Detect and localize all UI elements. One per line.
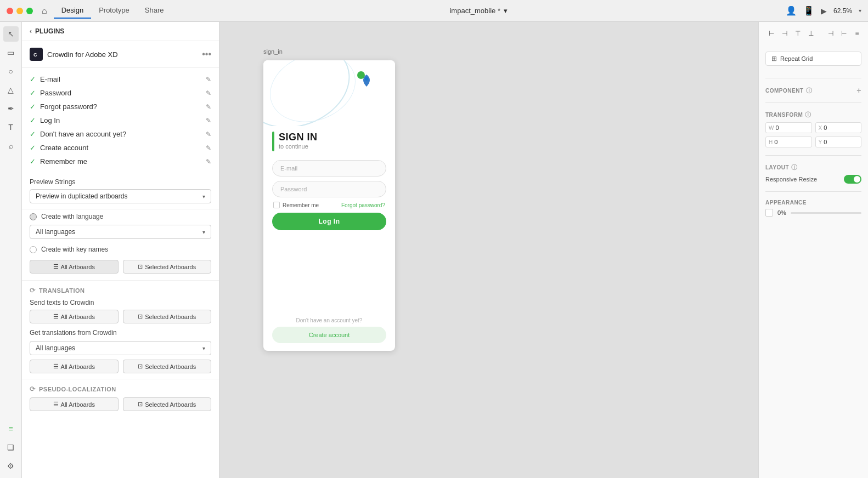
transform-x-field[interactable]: X 0 — [815, 122, 862, 133]
transform-w-field[interactable]: W 0 — [765, 122, 812, 133]
traffic-lights — [7, 8, 33, 14]
tab-design[interactable]: Design — [54, 3, 91, 19]
artboards-icon-2: ☰ — [53, 313, 59, 320]
user-icon[interactable]: 👤 — [786, 5, 797, 16]
align-center-h-icon[interactable]: ⊣ — [779, 27, 791, 39]
edit-icon-remember-me[interactable]: ✎ — [206, 158, 211, 166]
remember-checkbox[interactable] — [273, 202, 280, 208]
all-artboards-btn-1-label: All Artboards — [61, 264, 95, 270]
edit-icon-create-account[interactable]: ✎ — [206, 144, 211, 152]
repeat-grid-button[interactable]: ⊞ Repeat Grid — [765, 52, 861, 66]
create-account-button-artboard[interactable]: Create account — [272, 327, 386, 343]
assets-panel-icon[interactable]: ❏ — [3, 440, 19, 455]
distribute-h-icon[interactable]: ⊣ — [825, 27, 837, 39]
minimize-button[interactable] — [16, 8, 23, 14]
check-icon-dont-have: ✓ — [30, 130, 36, 138]
edit-icon-dont-have[interactable]: ✎ — [206, 130, 211, 138]
chevron-down-icon[interactable]: ▾ — [504, 7, 508, 15]
forgot-password-link[interactable]: Forgot password? — [341, 202, 385, 208]
check-icon-remember-me: ✓ — [30, 157, 36, 166]
transform-y-field[interactable]: Y 0 — [815, 136, 862, 147]
responsive-resize-toggle[interactable] — [844, 175, 861, 184]
layers-panel-icon[interactable]: ≡ — [3, 421, 19, 436]
plugin-menu-icon[interactable]: ••• — [202, 49, 211, 59]
pen-tool[interactable]: ✒ — [3, 101, 19, 116]
distribute-extra-icon[interactable]: ⊞ — [864, 27, 868, 39]
artboard: SIGN IN to continue E-mail Password Reme… — [263, 60, 395, 351]
zoom-chevron-icon[interactable]: ▾ — [859, 8, 861, 14]
tab-share[interactable]: Share — [137, 3, 172, 19]
opacity-slider[interactable] — [791, 212, 861, 214]
preview-dropdown[interactable]: Preview in duplicated artboards ▾ — [30, 189, 211, 203]
all-artboards-btn-4[interactable]: ☰ All Artboards — [30, 397, 119, 411]
create-with-language-row: Create with language — [22, 209, 219, 224]
plugin-header: C Crowdin for Adobe XD ••• — [22, 41, 219, 68]
preview-dropdown-value: Preview in duplicated artboards — [36, 192, 127, 200]
selected-artboards-btn-2[interactable]: ⊡ Selected Artboards — [123, 310, 212, 323]
pseudo-section: ⟳ Pseudo-localization ☰ All Artboards ⊡ … — [22, 379, 219, 417]
component-info-icon[interactable]: ⓘ — [806, 87, 813, 95]
triangle-tool[interactable]: △ — [3, 82, 19, 98]
all-artboards-btn-3[interactable]: ☰ All Artboards — [30, 360, 119, 373]
selected-artboards-btn-4[interactable]: ⊡ Selected Artboards — [123, 397, 212, 411]
send-texts-label: Send texts to Crowdin — [30, 299, 211, 306]
appearance-checkbox[interactable] — [765, 209, 773, 217]
translation-section-title: TRANSLATION — [39, 287, 85, 294]
transform-info-icon[interactable]: ⓘ — [805, 111, 811, 119]
layout-section: LAYOUT ⓘ Responsive Resize — [765, 163, 861, 184]
email-input-artboard[interactable]: E-mail — [272, 160, 386, 177]
radio-create-key-names[interactable] — [30, 246, 37, 253]
create-with-key-names-row: Create with key names — [22, 242, 219, 257]
back-arrow-icon[interactable]: ‹ — [30, 27, 32, 35]
plugins-panel-icon[interactable]: ⚙ — [3, 458, 19, 474]
selected-artboards-btn-3[interactable]: ⊡ Selected Artboards — [123, 360, 212, 373]
transform-h-field[interactable]: H 0 — [765, 136, 812, 147]
align-left-icon[interactable]: ⊢ — [765, 27, 777, 39]
text-tool[interactable]: T — [3, 120, 19, 135]
edit-icon-email[interactable]: ✎ — [206, 76, 211, 83]
selected-artboards-btn-4-label: Selected Artboards — [145, 401, 196, 408]
distribute-v-icon[interactable]: ⊢ — [838, 27, 850, 39]
radio-create-language[interactable] — [30, 213, 37, 220]
device-icon[interactable]: 📱 — [803, 5, 814, 16]
check-icon-login: ✓ — [30, 116, 36, 124]
selected-artboards-btn-1[interactable]: ⊡ Selected Artboards — [123, 260, 212, 274]
align-right-icon[interactable]: ⊤ — [792, 27, 804, 39]
select-tool[interactable]: ↖ — [3, 26, 19, 42]
edit-icon-password[interactable]: ✎ — [206, 89, 211, 97]
language-dropdown-2[interactable]: All languages ▾ — [30, 341, 211, 355]
svg-point-2 — [365, 77, 368, 81]
string-item-dont-have: ✓ Don't have an account yet? ✎ — [22, 127, 219, 141]
password-input-artboard[interactable]: Password — [272, 181, 386, 197]
fullscreen-button[interactable] — [26, 8, 33, 14]
zoom-tool[interactable]: ⌕ — [3, 138, 19, 153]
edit-icon-login[interactable]: ✎ — [206, 117, 211, 124]
rp-divider-2 — [765, 103, 861, 103]
play-icon[interactable]: ▶ — [821, 7, 827, 15]
sign-in-title: SIGN IN — [279, 132, 318, 143]
string-item-login: ✓ Log In ✎ — [22, 113, 219, 127]
component-add-icon[interactable]: + — [856, 86, 861, 95]
string-label-dont-have: Don't have an account yet? — [40, 130, 201, 138]
selected-artboards-btn-3-label: Selected Artboards — [145, 363, 196, 370]
check-icon-email: ✓ — [30, 75, 36, 83]
zoom-level[interactable]: 62.5% — [833, 7, 852, 15]
log-in-button-artboard[interactable]: Log In — [272, 213, 386, 230]
crowdin-plugin-icon: C — [30, 48, 43, 61]
language-dropdown-1[interactable]: All languages ▾ — [30, 225, 211, 239]
close-button[interactable] — [7, 8, 13, 14]
all-artboards-btn-2[interactable]: ☰ All Artboards — [30, 310, 119, 323]
string-item-create-account: ✓ Create account ✎ — [22, 141, 219, 155]
rp-divider-3 — [765, 155, 861, 156]
distribute-more-icon[interactable]: ≡ — [851, 27, 863, 39]
ellipse-tool[interactable]: ○ — [3, 64, 19, 79]
rectangle-tool[interactable]: ▭ — [3, 45, 19, 60]
layout-info-icon[interactable]: ⓘ — [791, 163, 798, 172]
responsive-resize-row: Responsive Resize — [765, 175, 861, 184]
all-artboards-btn-1[interactable]: ☰ All Artboards — [30, 260, 119, 274]
left-panel: ‹ PLUGINS C Crowdin for Adobe XD ••• ✓ E… — [22, 22, 219, 478]
home-icon[interactable]: ⌂ — [42, 6, 47, 16]
edit-icon-forgot[interactable]: ✎ — [206, 103, 211, 111]
align-distribute-icon[interactable]: ⊥ — [805, 27, 817, 39]
tab-prototype[interactable]: Prototype — [91, 3, 137, 19]
